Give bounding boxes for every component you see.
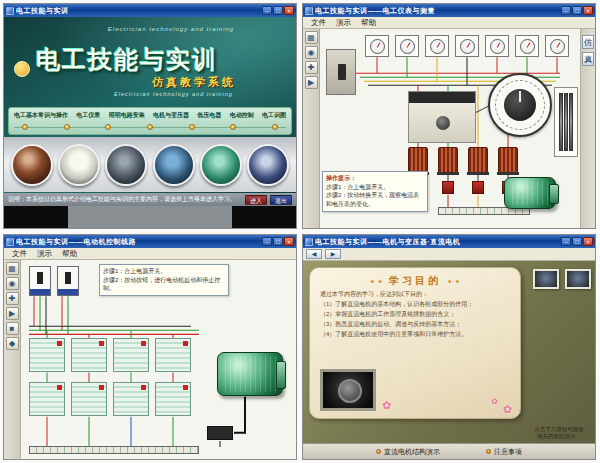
demo-thumbnail[interactable]	[533, 269, 559, 289]
menu-item-basics[interactable]: 电工基本常识与操作	[14, 111, 68, 120]
switch-device[interactable]	[408, 91, 476, 143]
motor[interactable]	[217, 352, 283, 396]
motor[interactable]	[504, 177, 556, 209]
close-button[interactable]: ×	[284, 6, 294, 15]
menu-dot-icon[interactable]	[64, 124, 70, 130]
minimize-button[interactable]: –	[262, 237, 272, 246]
magnified-rotary-switch[interactable]	[504, 89, 536, 121]
rotary-knob[interactable]	[436, 116, 450, 130]
magnifier-callout	[488, 73, 552, 137]
maximize-button[interactable]: □	[572, 6, 582, 15]
play-tool-icon[interactable]: ▶	[305, 76, 318, 89]
contactor[interactable]	[29, 338, 65, 372]
contactor[interactable]	[113, 338, 149, 372]
node-tool-icon[interactable]: ◆	[6, 337, 19, 350]
menu-help[interactable]: 帮助	[357, 18, 380, 28]
meter-dial-icon	[490, 39, 505, 54]
circuit-breaker[interactable]	[29, 266, 51, 296]
note-line-1: 点击下方按钮可观看	[526, 426, 592, 434]
contactor[interactable]	[71, 338, 107, 372]
menu-item-lighting[interactable]: 照明电路安装	[109, 111, 145, 120]
view-switch-strip: 仿 真	[580, 29, 595, 228]
power-switch[interactable]	[326, 49, 356, 95]
grid-tool-icon[interactable]: ▦	[305, 31, 318, 44]
wire-tool-icon[interactable]: ✚	[6, 292, 19, 305]
contactor[interactable]	[71, 382, 107, 416]
photo-instrument[interactable]	[153, 144, 195, 186]
maximize-button[interactable]: □	[273, 6, 283, 15]
junction-box	[207, 426, 233, 440]
menu-dot-icon[interactable]	[230, 124, 236, 130]
structure-demo-button[interactable]: 直流电机结构演示	[376, 447, 440, 457]
menu-dot-icon[interactable]	[22, 124, 28, 130]
window-controls: – □ ×	[561, 6, 593, 15]
contactor[interactable]	[155, 338, 191, 372]
exit-button[interactable]: 退出	[270, 195, 292, 205]
objective-2: （2）掌握直流电机的工作原理及铭牌数据的含义；	[320, 310, 512, 319]
demo-thumbnail[interactable]	[565, 269, 591, 289]
lesson-content: ✦ ✦ 学习目的 ✦ ✦ 通过本节内容的学习，应达到以下目的： （1）了解直流电…	[303, 261, 595, 443]
simulation-canvas[interactable]: 操作提示： 步骤1：合上电源开关。 步骤2：按动转换开关，观察电流表和电压表的变…	[320, 29, 580, 228]
notes-button[interactable]: 注意事项	[486, 447, 522, 457]
minimize-button[interactable]: –	[561, 237, 571, 246]
photo-contactors[interactable]	[247, 144, 289, 186]
menu-dot-icon[interactable]	[147, 124, 153, 130]
back-button[interactable]: ◀	[306, 249, 322, 259]
window-meter-sim: 电工技能与实训——电工仪表与测量 – □ × 文件 演示 帮助 ▦ ◉ ✚ ▶	[302, 3, 596, 229]
maximize-button[interactable]: □	[273, 237, 283, 246]
title-bar[interactable]: 电工技能与实训——电机与变压器·直流电机 – □ ×	[303, 235, 595, 248]
menu-file[interactable]: 文件	[8, 249, 31, 259]
menu-item-meters[interactable]: 电工仪表	[76, 111, 100, 120]
menu-dot-icon[interactable]	[189, 124, 195, 130]
splash-english-caption: Electrician technology and training	[54, 26, 288, 32]
hint-step-1: 步骤1：合上电源开关。	[326, 183, 424, 192]
dc-motor-photo	[320, 369, 376, 411]
menu-demo[interactable]: 演示	[33, 249, 56, 259]
enter-button[interactable]: 进入	[245, 195, 267, 205]
grid-tool-icon[interactable]: ▦	[6, 262, 19, 275]
meter-tool-icon[interactable]: ◉	[305, 46, 318, 59]
menu-item-lowvoltage[interactable]: 低压电器	[197, 111, 221, 120]
splash-main-title: 电工技能与实训	[36, 44, 218, 76]
minimize-button[interactable]: –	[262, 6, 272, 15]
corner-note: 点击下方按钮可观看 相关内容的演示。	[526, 426, 592, 441]
splash-subtitle: 仿真教学系统	[152, 75, 236, 90]
contactor[interactable]	[29, 382, 65, 416]
play-tool-icon[interactable]: ▶	[6, 307, 19, 320]
block-tool-icon[interactable]: ■	[6, 322, 19, 335]
menu-file[interactable]: 文件	[307, 18, 330, 28]
photo-motor[interactable]	[200, 144, 242, 186]
photo-meter[interactable]	[58, 144, 100, 186]
simulation-canvas[interactable]: 步骤1：合上电源开关。 步骤2：按动按钮，进行电动机起动和停止控制。	[21, 260, 296, 459]
window-title: 电工技能与实训——电动机控制线路	[16, 237, 260, 247]
minimize-button[interactable]: –	[561, 6, 571, 15]
photo-cable-coil[interactable]	[11, 144, 53, 186]
title-bar[interactable]: 电工技能与实训——电工仪表与测量 – □ ×	[303, 4, 595, 17]
close-button[interactable]: ×	[583, 6, 593, 15]
menu-item-drawings[interactable]: 电工识图	[262, 111, 286, 120]
lesson-body: 通过本节内容的学习，应达到以下目的： （1）了解直流电机的基本结构，认识各组成部…	[320, 290, 512, 340]
simulation-view-button[interactable]: 仿	[582, 35, 594, 49]
menu-help[interactable]: 帮助	[58, 249, 81, 259]
close-button[interactable]: ×	[583, 237, 593, 246]
close-button[interactable]: ×	[284, 237, 294, 246]
rheostat-icon	[559, 93, 563, 151]
title-bar[interactable]: 电工技能与实训 – □ ×	[4, 4, 296, 17]
circuit-breaker[interactable]	[57, 266, 79, 296]
real-view-button[interactable]: 真	[582, 52, 594, 66]
contactor[interactable]	[155, 382, 191, 416]
terminal-block	[442, 181, 454, 194]
photo-tools[interactable]	[105, 144, 147, 186]
menu-dot-icon[interactable]	[272, 124, 278, 130]
maximize-button[interactable]: □	[572, 237, 582, 246]
title-bar[interactable]: 电工技能与实训——电动机控制线路 – □ ×	[4, 235, 296, 248]
forward-button[interactable]: ▶	[325, 249, 341, 259]
menu-demo[interactable]: 演示	[332, 18, 355, 28]
contactor[interactable]	[113, 382, 149, 416]
menu-dot-icon[interactable]	[105, 124, 111, 130]
meter-tool-icon[interactable]: ◉	[6, 277, 19, 290]
lesson-intro: 通过本节内容的学习，应达到以下目的：	[320, 290, 512, 299]
menu-item-motors[interactable]: 电机与变压器	[153, 111, 189, 120]
menu-item-control[interactable]: 电动控制	[230, 111, 254, 120]
wire-tool-icon[interactable]: ✚	[305, 61, 318, 74]
